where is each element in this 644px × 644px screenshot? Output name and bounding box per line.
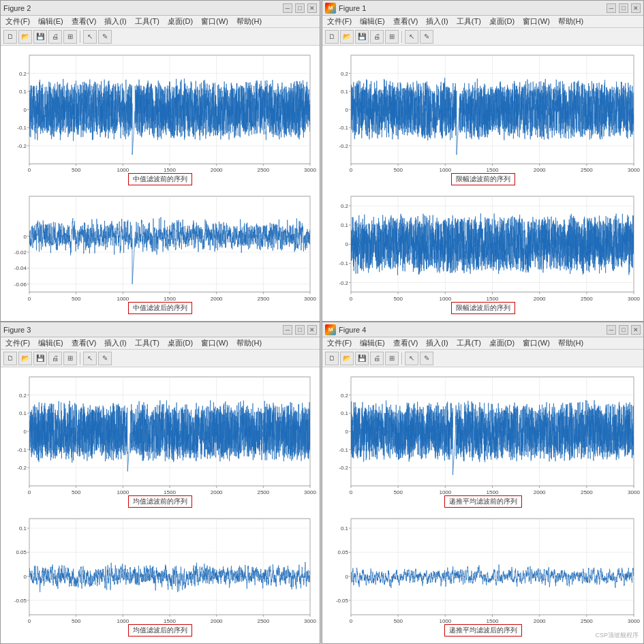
menu-window-f3[interactable]: 窗口(W) — [199, 338, 230, 348]
menu-tools-f1[interactable]: 工具(T) — [455, 16, 483, 27]
fig2-label2: 中值滤波后的序列 — [128, 302, 192, 314]
fig2-maximize[interactable]: □ — [295, 3, 305, 13]
matlab-logo-f1: M — [325, 3, 336, 14]
figure-3-plots: 均值滤波前的序列 均值滤波后的序列 — [1, 367, 320, 643]
toolbar-brush-f3[interactable]: ✎ — [98, 352, 112, 365]
toolbar-open-f3[interactable]: 📂 — [18, 352, 32, 365]
toolbar-new-f1[interactable]: 🗋 — [325, 30, 339, 44]
menu-desktop-f1[interactable]: 桌面(D) — [487, 16, 517, 27]
toolbar-print2-f1[interactable]: ⊞ — [385, 30, 399, 44]
toolbar-print-f3[interactable]: 🖨 — [48, 352, 62, 365]
toolbar-new-f3[interactable]: 🗋 — [3, 352, 17, 365]
figure-1-title: Figure 1 — [339, 4, 366, 12]
fig4-subplot2: 递推平均滤波后的序列 — [325, 512, 641, 641]
toolbar-print2-f2[interactable]: ⊞ — [63, 30, 77, 44]
menu-view-f1[interactable]: 查看(V) — [391, 16, 420, 27]
menu-edit-f4[interactable]: 编辑(E) — [358, 338, 387, 348]
figure-1-menubar: 文件(F) 编辑(E) 查看(V) 插入(I) 工具(T) 桌面(D) 窗口(W… — [322, 16, 643, 28]
fig3-close[interactable]: ✕ — [307, 325, 317, 335]
toolbar-brush-f4[interactable]: ✎ — [420, 352, 433, 365]
menu-help-f4[interactable]: 帮助(H) — [556, 338, 585, 348]
menu-file-f1[interactable]: 文件(F) — [325, 16, 354, 27]
toolbar-open-f4[interactable]: 📂 — [340, 352, 354, 365]
fig1-close[interactable]: ✕ — [631, 3, 641, 13]
menu-tools-f2[interactable]: 工具(T) — [133, 16, 162, 27]
menu-view-f3[interactable]: 查看(V) — [70, 338, 99, 348]
menu-window-f1[interactable]: 窗口(W) — [521, 16, 552, 27]
menu-help-f3[interactable]: 帮助(H) — [234, 338, 264, 348]
figure-2-plots: 中值滤波前的序列 中值滤波后的序列 — [1, 46, 320, 321]
figure-4-titlebar: M Figure 4 ─ □ ✕ — [322, 322, 643, 337]
menu-tools-f3[interactable]: 工具(T) — [133, 338, 162, 348]
fig4-controls: ─ □ ✕ — [607, 325, 641, 335]
figure-2-window: Figure 2 ─ □ ✕ 文件(F) 编辑(E) 查看(V) 插入(I) 工… — [0, 0, 320, 322]
figure-4-plots: 递推平均滤波前的序列 递推平均滤波后的序列 — [322, 367, 643, 643]
toolbar-cursor-f4[interactable]: ↖ — [405, 352, 418, 365]
fig1-controls: ─ □ ✕ — [607, 3, 641, 13]
menu-desktop-f4[interactable]: 桌面(D) — [487, 338, 517, 348]
fig4-close[interactable]: ✕ — [631, 325, 641, 335]
toolbar-print2-f3[interactable]: ⊞ — [63, 352, 77, 365]
figure-1-titlebar: M Figure 1 ─ □ ✕ — [322, 1, 643, 16]
menu-desktop-f3[interactable]: 桌面(D) — [166, 338, 195, 348]
menu-edit-f3[interactable]: 编辑(E) — [36, 338, 65, 348]
figure-3-menubar: 文件(F) 编辑(E) 查看(V) 插入(I) 工具(T) 桌面(D) 窗口(W… — [1, 337, 320, 350]
figure-3-toolbar: 🗋 📂 💾 🖨 ⊞ ↖ ✎ — [1, 350, 320, 367]
menu-file-f3[interactable]: 文件(F) — [3, 338, 32, 348]
fig4-label2: 递推平均滤波后的序列 — [444, 624, 522, 637]
toolbar-brush-f2[interactable]: ✎ — [98, 30, 112, 44]
fig3-canvas2 — [3, 512, 317, 641]
toolbar-open-f1[interactable]: 📂 — [340, 30, 354, 44]
figure-4-menubar: 文件(F) 编辑(E) 查看(V) 插入(I) 工具(T) 桌面(D) 窗口(W… — [322, 337, 643, 350]
toolbar-print2-f4[interactable]: ⊞ — [385, 352, 399, 365]
toolbar-save-f1[interactable]: 💾 — [355, 30, 369, 44]
toolbar-save-f4[interactable]: 💾 — [355, 352, 369, 365]
toolbar-cursor-f2[interactable]: ↖ — [83, 30, 97, 44]
menu-insert-f4[interactable]: 插入(I) — [424, 338, 450, 348]
menu-insert-f2[interactable]: 插入(I) — [102, 16, 128, 27]
figure-4-toolbar: 🗋 📂 💾 🖨 ⊞ ↖ ✎ — [322, 350, 643, 367]
toolbar-new-f4[interactable]: 🗋 — [325, 352, 339, 365]
toolbar-print-f2[interactable]: 🖨 — [48, 30, 62, 44]
toolbar-new-f2[interactable]: 🗋 — [3, 30, 17, 44]
menu-edit-f2[interactable]: 编辑(E) — [36, 16, 65, 27]
toolbar-cursor-f3[interactable]: ↖ — [83, 352, 97, 365]
menu-edit-f1[interactable]: 编辑(E) — [358, 16, 387, 27]
fig2-minimize[interactable]: ─ — [283, 3, 292, 13]
fig4-maximize[interactable]: □ — [619, 325, 628, 335]
figure-1-content: 限幅滤波前的序列 限幅滤波后的序列 — [322, 46, 643, 321]
fig4-minimize[interactable]: ─ — [607, 325, 616, 335]
fig1-minimize[interactable]: ─ — [607, 3, 616, 13]
fig3-subplot2: 均值滤波后的序列 — [3, 512, 317, 641]
toolbar-print-f4[interactable]: 🖨 — [370, 352, 384, 365]
menu-help-f2[interactable]: 帮助(H) — [234, 16, 264, 27]
fig2-close[interactable]: ✕ — [307, 3, 317, 13]
menu-insert-f3[interactable]: 插入(I) — [102, 338, 128, 348]
menu-insert-f1[interactable]: 插入(I) — [424, 16, 450, 27]
toolbar-cursor-f1[interactable]: ↖ — [405, 30, 418, 44]
menu-tools-f4[interactable]: 工具(T) — [455, 338, 483, 348]
menu-file-f4[interactable]: 文件(F) — [325, 338, 354, 348]
menu-window-f2[interactable]: 窗口(W) — [199, 16, 230, 27]
fig1-canvas1 — [325, 48, 641, 189]
toolbar-save-f3[interactable]: 💾 — [33, 352, 47, 365]
fig3-minimize[interactable]: ─ — [283, 325, 292, 335]
menu-help-f1[interactable]: 帮助(H) — [556, 16, 585, 27]
figure-2-content: 中值滤波前的序列 中值滤波后的序列 — [1, 46, 320, 321]
figure-3-titlebar: Figure 3 ─ □ ✕ — [1, 322, 320, 337]
figure-2-toolbar: 🗋 📂 💾 🖨 ⊞ ↖ ✎ — [1, 28, 320, 46]
menu-view-f2[interactable]: 查看(V) — [70, 16, 99, 27]
toolbar-save-f2[interactable]: 💾 — [33, 30, 47, 44]
figure-1-window: M Figure 1 ─ □ ✕ 文件(F) 编辑(E) 查看(V) 插入(I)… — [322, 0, 644, 322]
fig3-controls: ─ □ ✕ — [283, 325, 317, 335]
toolbar-open-f2[interactable]: 📂 — [18, 30, 32, 44]
menu-desktop-f2[interactable]: 桌面(D) — [166, 16, 195, 27]
menu-window-f4[interactable]: 窗口(W) — [521, 338, 552, 348]
toolbar-print-f1[interactable]: 🖨 — [370, 30, 384, 44]
toolbar-brush-f1[interactable]: ✎ — [420, 30, 433, 44]
figure-2-menubar: 文件(F) 编辑(E) 查看(V) 插入(I) 工具(T) 桌面(D) 窗口(W… — [1, 16, 320, 28]
fig1-maximize[interactable]: □ — [619, 3, 628, 13]
fig3-maximize[interactable]: □ — [295, 325, 305, 335]
menu-view-f4[interactable]: 查看(V) — [391, 338, 420, 348]
menu-file-f2[interactable]: 文件(F) — [3, 16, 32, 27]
